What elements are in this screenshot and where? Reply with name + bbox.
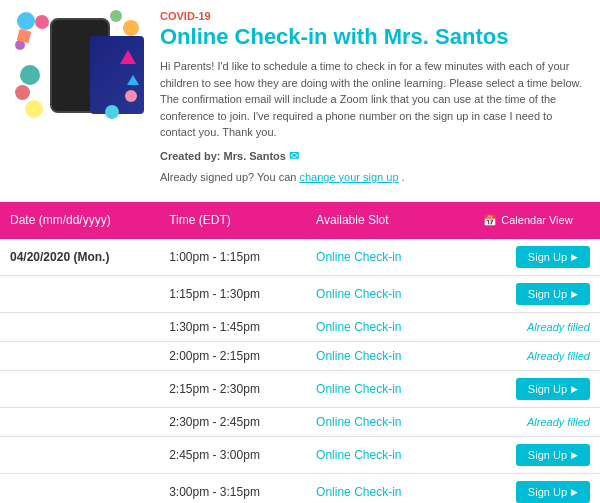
date-cell bbox=[0, 341, 159, 370]
table-row: 2:45pm - 3:00pmOnline Check-inSign Up ▶ bbox=[0, 436, 600, 473]
action-cell: Sign Up ▶ bbox=[465, 275, 600, 312]
time-cell: 2:45pm - 3:00pm bbox=[159, 436, 306, 473]
table-row: 3:00pm - 3:15pmOnline Check-inSign Up ▶ bbox=[0, 473, 600, 503]
created-by-label: Created by: bbox=[160, 150, 221, 162]
deco-shape bbox=[17, 12, 35, 30]
signup-icon: ▶ bbox=[571, 252, 578, 262]
time-cell: 1:00pm - 1:15pm bbox=[159, 239, 306, 276]
creator-name: Mrs. Santos bbox=[224, 150, 286, 162]
date-cell: 04/20/2020 (Mon.) bbox=[0, 239, 159, 276]
date-cell bbox=[0, 436, 159, 473]
table-row: 2:00pm - 2:15pmOnline Check-inAlready fi… bbox=[0, 341, 600, 370]
covid-label: COVID-19 bbox=[160, 10, 585, 22]
action-cell: Sign Up ▶ bbox=[465, 473, 600, 503]
slot-cell: Online Check-in bbox=[306, 239, 465, 276]
signup-icon: ▶ bbox=[571, 289, 578, 299]
already-signed-after: . bbox=[402, 171, 405, 183]
calendar-icon: 📅 bbox=[483, 214, 497, 227]
signup-icon: ▶ bbox=[571, 384, 578, 394]
col-time: Time (EDT) bbox=[159, 202, 306, 239]
action-cell: Already filled bbox=[465, 312, 600, 341]
signup-icon: ▶ bbox=[571, 450, 578, 460]
time-cell: 1:30pm - 1:45pm bbox=[159, 312, 306, 341]
table-row: 1:30pm - 1:45pmOnline Check-inAlready fi… bbox=[0, 312, 600, 341]
deco-shape bbox=[25, 100, 43, 118]
deco-shape bbox=[125, 90, 137, 102]
deco-triangle bbox=[120, 50, 136, 64]
slot-cell: Online Check-in bbox=[306, 370, 465, 407]
schedule-table: Date (mm/dd/yyyy) Time (EDT) Available S… bbox=[0, 202, 600, 503]
time-cell: 2:15pm - 2:30pm bbox=[159, 370, 306, 407]
action-cell: Sign Up ▶ bbox=[465, 239, 600, 276]
time-cell: 1:15pm - 1:30pm bbox=[159, 275, 306, 312]
table-header-row: Date (mm/dd/yyyy) Time (EDT) Available S… bbox=[0, 202, 600, 239]
deco-shape bbox=[35, 15, 49, 29]
table-row: 04/20/2020 (Mon.)1:00pm - 1:15pmOnline C… bbox=[0, 239, 600, 276]
created-by: Created by: Mrs. Santos ✉ bbox=[160, 149, 585, 163]
slot-cell: Online Check-in bbox=[306, 341, 465, 370]
calendar-view-button[interactable]: 📅 Calendar View bbox=[475, 210, 580, 231]
time-cell: 2:00pm - 2:15pm bbox=[159, 341, 306, 370]
deco-shape bbox=[110, 10, 122, 22]
header-content: COVID-19 Online Check-in with Mrs. Santo… bbox=[160, 10, 585, 191]
time-cell: 2:30pm - 2:45pm bbox=[159, 407, 306, 436]
slot-cell: Online Check-in bbox=[306, 312, 465, 341]
deco-shape bbox=[123, 20, 139, 36]
date-cell bbox=[0, 275, 159, 312]
sign-up-button[interactable]: Sign Up ▶ bbox=[516, 246, 590, 268]
page-title: Online Check-in with Mrs. Santos bbox=[160, 24, 585, 50]
time-cell: 3:00pm - 3:15pm bbox=[159, 473, 306, 503]
schedule-table-wrapper: Date (mm/dd/yyyy) Time (EDT) Available S… bbox=[0, 202, 600, 503]
date-cell bbox=[0, 370, 159, 407]
signup-icon: ▶ bbox=[571, 487, 578, 497]
action-cell: Sign Up ▶ bbox=[465, 436, 600, 473]
already-signed-section: Already signed up? You can change your s… bbox=[160, 171, 585, 191]
date-cell bbox=[0, 312, 159, 341]
already-signed-text: Already signed up? You can bbox=[160, 171, 299, 183]
date-cell bbox=[0, 473, 159, 503]
sign-up-button[interactable]: Sign Up ▶ bbox=[516, 444, 590, 466]
sign-up-button[interactable]: Sign Up ▶ bbox=[516, 481, 590, 503]
col-slot: Available Slot bbox=[306, 202, 465, 239]
col-date: Date (mm/dd/yyyy) bbox=[0, 202, 159, 239]
deco-shape bbox=[15, 85, 30, 100]
action-cell: Already filled bbox=[465, 407, 600, 436]
calendar-btn-label: Calendar View bbox=[501, 214, 572, 226]
already-filled-label: Already filled bbox=[527, 321, 590, 333]
deco-triangle bbox=[127, 75, 139, 85]
table-row: 1:15pm - 1:30pmOnline Check-inSign Up ▶ bbox=[0, 275, 600, 312]
email-icon[interactable]: ✉ bbox=[289, 149, 299, 163]
change-signup-link[interactable]: change your sign up bbox=[299, 171, 398, 183]
action-cell: Already filled bbox=[465, 341, 600, 370]
deco-shape bbox=[20, 65, 40, 85]
action-cell: Sign Up ▶ bbox=[465, 370, 600, 407]
table-row: 2:30pm - 2:45pmOnline Check-inAlready fi… bbox=[0, 407, 600, 436]
date-cell bbox=[0, 407, 159, 436]
deco-shape bbox=[105, 105, 119, 119]
header-graphic bbox=[15, 10, 145, 130]
phone-graphic bbox=[50, 18, 110, 113]
header-section: COVID-19 Online Check-in with Mrs. Santo… bbox=[0, 0, 600, 202]
description-text: Hi Parents! I'd like to schedule a time … bbox=[160, 58, 585, 141]
slot-cell: Online Check-in bbox=[306, 407, 465, 436]
already-filled-label: Already filled bbox=[527, 350, 590, 362]
sign-up-button[interactable]: Sign Up ▶ bbox=[516, 378, 590, 400]
slot-cell: Online Check-in bbox=[306, 275, 465, 312]
slot-cell: Online Check-in bbox=[306, 436, 465, 473]
col-calendar: 📅 Calendar View bbox=[465, 202, 600, 239]
sign-up-button[interactable]: Sign Up ▶ bbox=[516, 283, 590, 305]
already-filled-label: Already filled bbox=[527, 416, 590, 428]
slot-cell: Online Check-in bbox=[306, 473, 465, 503]
table-row: 2:15pm - 2:30pmOnline Check-inSign Up ▶ bbox=[0, 370, 600, 407]
